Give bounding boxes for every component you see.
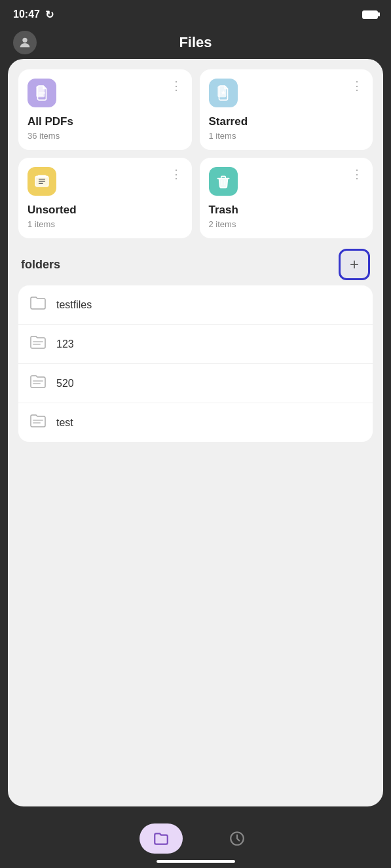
recent-nav-icon	[229, 830, 246, 847]
starred-count: 1 items	[209, 131, 364, 141]
svg-rect-7	[33, 380, 43, 382]
starred-name: Starred	[209, 115, 364, 128]
main-content: ⋮ All PDFs 36 items ⋮ Starred 1 items	[8, 59, 383, 806]
nav-recent-button[interactable]	[222, 823, 252, 854]
starred-menu-button[interactable]: ⋮	[351, 79, 363, 93]
folder-filled-icon	[29, 374, 47, 392]
starred-icon	[209, 79, 238, 107]
svg-rect-6	[33, 344, 41, 345]
status-left: 10:47 ↻	[13, 9, 54, 21]
nav-files-button[interactable]	[140, 823, 183, 854]
svg-rect-10	[33, 422, 41, 424]
home-indicator	[157, 860, 235, 863]
trash-name: Trash	[209, 204, 364, 217]
card-top: ⋮	[209, 79, 364, 107]
folder-filled-icon	[29, 335, 47, 353]
unsorted-icon	[28, 167, 56, 196]
card-top: ⋮	[28, 79, 183, 107]
folder-filled-icon	[29, 414, 47, 431]
battery-icon	[362, 10, 378, 19]
plus-icon: +	[350, 255, 359, 274]
folder-name-520: 520	[56, 378, 74, 389]
unsorted-name: Unsorted	[28, 204, 183, 217]
header: Files	[0, 29, 391, 59]
cards-grid: ⋮ All PDFs 36 items ⋮ Starred 1 items	[18, 69, 373, 238]
svg-rect-9	[33, 420, 43, 421]
folder-empty-icon	[29, 296, 47, 314]
all-pdfs-count: 36 items	[28, 131, 183, 141]
svg-point-0	[22, 38, 27, 43]
folder-name-testfiles: testfiles	[56, 299, 92, 311]
card-top: ⋮	[209, 167, 364, 196]
all-pdfs-menu-button[interactable]: ⋮	[170, 79, 183, 93]
svg-rect-8	[33, 383, 41, 384]
unsorted-card[interactable]: ⋮ Unsorted 1 items	[18, 158, 192, 238]
folder-item-123[interactable]: 123	[18, 325, 373, 364]
folder-item-520[interactable]: 520	[18, 364, 373, 403]
unsorted-menu-button[interactable]: ⋮	[170, 167, 183, 181]
card-top: ⋮	[28, 167, 183, 196]
page-title: Files	[179, 34, 212, 51]
files-nav-icon	[153, 830, 170, 847]
unsorted-count: 1 items	[28, 219, 183, 229]
all-pdfs-name: All PDFs	[28, 115, 183, 128]
folders-label: folders	[21, 258, 60, 272]
trash-menu-button[interactable]: ⋮	[351, 167, 363, 181]
starred-card[interactable]: ⋮ Starred 1 items	[200, 69, 373, 150]
time-display: 10:47	[13, 9, 40, 20]
folders-list: testfiles 123 520	[18, 285, 373, 442]
sync-icon: ↻	[45, 9, 54, 21]
folder-item-test[interactable]: test	[18, 403, 373, 442]
svg-rect-5	[33, 341, 43, 342]
avatar[interactable]	[13, 31, 37, 54]
folders-header: folders +	[18, 249, 373, 280]
add-folder-button[interactable]: +	[339, 249, 370, 280]
bottom-nav	[0, 816, 391, 868]
status-bar: 10:47 ↻	[0, 0, 391, 29]
trash-icon	[209, 167, 238, 196]
all-pdfs-card[interactable]: ⋮ All PDFs 36 items	[18, 69, 192, 150]
trash-card[interactable]: ⋮ Trash 2 items	[200, 158, 373, 238]
folder-name-123: 123	[56, 338, 74, 350]
folder-name-test: test	[56, 417, 73, 429]
trash-count: 2 items	[209, 219, 364, 229]
pdf-icon	[28, 79, 56, 107]
folder-item-testfiles[interactable]: testfiles	[18, 285, 373, 325]
